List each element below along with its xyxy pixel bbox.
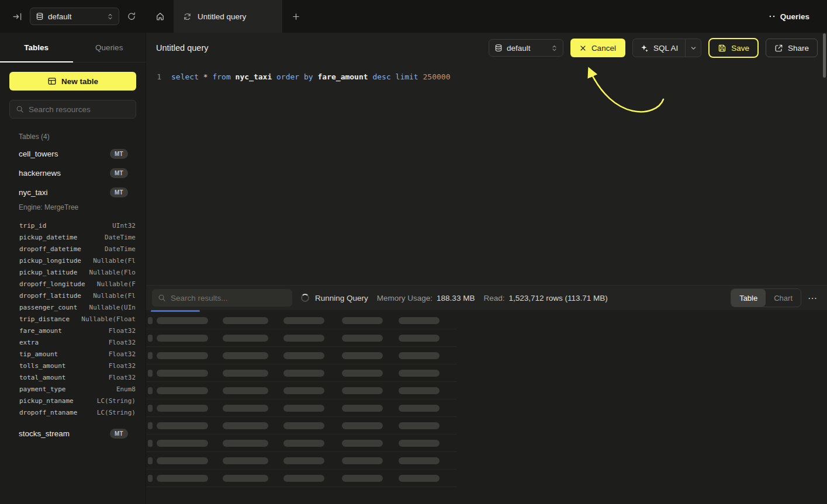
skeleton-bar (223, 370, 268, 377)
skeleton-bar (283, 352, 324, 359)
query-status: Running Query (315, 294, 368, 303)
skeleton-bar (399, 457, 440, 464)
engine-badge: MT (110, 168, 128, 178)
new-tab-button[interactable] (282, 0, 310, 33)
results-search-input[interactable] (171, 294, 286, 303)
skeleton-row (146, 364, 457, 382)
column-type: DateTime (105, 245, 136, 253)
skeleton-bar (148, 335, 153, 342)
view-table-button[interactable]: Table (731, 289, 766, 307)
skeleton-row (146, 329, 457, 347)
line-number: 1 (157, 72, 161, 81)
save-button[interactable]: Save (708, 38, 759, 58)
column-row: tolls_amountFloat32 (0, 360, 146, 371)
skeleton-row (146, 435, 457, 452)
skeleton-bar (148, 440, 153, 447)
cancel-label: Cancel (591, 44, 616, 53)
share-button[interactable]: Share (766, 39, 818, 57)
skeleton-bar (283, 440, 324, 447)
share-label: Share (788, 44, 809, 53)
sidebar-collapse-button[interactable] (11, 10, 24, 23)
close-icon (580, 45, 586, 51)
query-database-selector[interactable]: default (489, 39, 563, 57)
engine-badge: MT (110, 429, 128, 439)
table-item-cell_towers[interactable]: cell_towersMT (0, 144, 146, 164)
query-header-actions: default Cancel SQL AI (489, 38, 818, 58)
topbar-database-selector[interactable]: default (30, 8, 119, 25)
queries-label: Queries (780, 12, 809, 21)
table-list: cell_towersMThackernewsMTnyc_taxiMTEngin… (0, 144, 146, 504)
skeleton-bar (148, 475, 153, 482)
sql-ai-button[interactable]: SQL AI (632, 39, 701, 57)
sql-token (418, 72, 423, 81)
skeleton-bar (157, 475, 208, 482)
column-name: pickup_datetime (19, 234, 77, 241)
column-name: dropoff_latitude (19, 292, 81, 300)
column-name: passenger_count (19, 304, 77, 311)
skeleton-row (146, 399, 457, 417)
running-query-icon (183, 12, 192, 21)
results-search[interactable] (152, 289, 292, 307)
sql-token (231, 72, 236, 81)
skeleton-bar (148, 317, 153, 324)
column-type: Nullable(F (97, 280, 136, 288)
query-tab-active[interactable]: Untitled query (174, 0, 282, 33)
skeleton-bar (283, 405, 324, 412)
skeleton-bar (399, 352, 440, 359)
skeleton-bar (148, 457, 153, 464)
scrollbar[interactable] (823, 33, 826, 78)
sql-ai-dropdown[interactable] (686, 39, 701, 57)
column-name: pickup_longitude (19, 257, 81, 265)
column-type: Nullable(Flo (89, 269, 136, 276)
column-type: Nullable(Float (81, 315, 136, 323)
memory-usage-stat: Memory Usage: 188.33 MB (377, 294, 475, 303)
skeleton-bar (399, 475, 440, 482)
column-name: extra (19, 339, 39, 346)
sidebar-tabs: Tables Queries (0, 33, 146, 62)
topbar: default Untitled query Queries (0, 0, 827, 33)
more-options-button[interactable]: ⋯ (808, 293, 818, 304)
skeleton-bar (223, 352, 268, 359)
table-item-nyc_taxi[interactable]: nyc_taxiMT (0, 183, 146, 202)
query-progress (146, 310, 827, 312)
sql-ai-main[interactable]: SQL AI (633, 39, 685, 57)
new-table-label: New table (61, 77, 98, 86)
skeleton-bar (342, 475, 383, 482)
refresh-button[interactable] (125, 10, 138, 23)
column-type: Float32 (109, 350, 136, 358)
skeleton-bar (342, 457, 383, 464)
column-row: total_amountFloat32 (0, 371, 146, 383)
sql-editor[interactable]: 1 select * from nyc_taxi order by fare_a… (146, 63, 827, 285)
table-item-stocks_stream[interactable]: stocks_streamMT (0, 424, 146, 443)
sql-ai-label: SQL AI (653, 44, 678, 53)
column-row: pickup_datetimeDateTime (0, 231, 146, 243)
skeleton-bar (342, 335, 383, 342)
column-row: fare_amountFloat32 (0, 325, 146, 336)
column-type: Nullable(Fl (93, 257, 136, 265)
query-database-value: default (507, 44, 531, 53)
sidebar-tab-queries[interactable]: Queries (73, 33, 146, 62)
new-table-button[interactable]: New table (9, 72, 136, 91)
skeleton-bar (223, 475, 268, 482)
cancel-button[interactable]: Cancel (570, 39, 625, 57)
share-icon (774, 44, 783, 53)
home-tab[interactable] (146, 0, 174, 33)
column-type: LC(String) (97, 397, 136, 405)
skeleton-bar (148, 370, 153, 377)
queries-shortcut[interactable]: Queries (768, 0, 827, 33)
view-chart-button[interactable]: Chart (766, 289, 801, 307)
sidebar-tab-tables[interactable]: Tables (0, 33, 73, 62)
database-icon (36, 12, 44, 20)
refresh-icon (127, 12, 136, 21)
skeleton-bar (399, 387, 440, 394)
query-progress-fill (151, 310, 200, 312)
table-item-hackernews[interactable]: hackernewsMT (0, 164, 146, 183)
column-row: tip_amountFloat32 (0, 348, 146, 360)
resource-search[interactable] (9, 100, 136, 119)
resource-search-input[interactable] (29, 105, 130, 114)
search-icon (16, 105, 24, 113)
column-name: payment_type (19, 385, 65, 393)
chevron-updown-icon (551, 44, 558, 52)
table-name: nyc_taxi (19, 188, 48, 197)
column-row: dropoff_longitudeNullable(F (0, 278, 146, 290)
